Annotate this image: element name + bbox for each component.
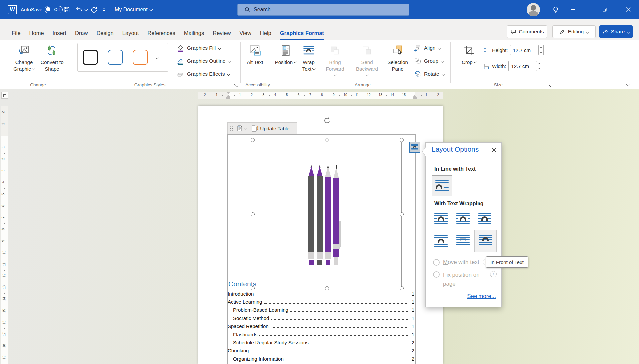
share-icon [602,29,608,35]
wrap-top-bottom-icon [434,234,448,248]
height-down-button[interactable] [539,50,543,55]
graphics-styles-dialog-launcher[interactable] [234,83,239,88]
align-button[interactable]: Align [414,42,440,54]
fill-bucket-icon [176,44,184,52]
resize-handle-top-right[interactable] [400,138,404,142]
resize-handle-top-left[interactable] [251,138,255,142]
group-label-arrange: Arrange [275,82,450,87]
left-indent-marker[interactable] [226,92,230,99]
undo-button[interactable] [74,0,84,19]
toc-menu-button[interactable] [234,123,249,134]
wrap-text-button[interactable]: Wrap Text [298,42,320,80]
title-bar: W AutoSave Off My Document Search [0,0,639,19]
redo-button[interactable] [89,0,99,19]
graphics-effects-button[interactable]: Graphics Effects [176,68,230,80]
tab-home[interactable]: Home [25,30,48,40]
graphics-outline-button[interactable]: Graphics Outline [176,55,230,67]
height-icon [483,47,490,53]
resize-handle-bottom-center[interactable] [325,286,329,290]
resize-handle-top-center[interactable] [325,138,329,142]
wrap-option-square[interactable] [431,210,451,228]
alert-exclamation-icon: ! [257,125,259,131]
horizontal-ruler: 2112345678910111213141512 [198,92,443,99]
wrap-text-icon [303,45,314,56]
tab-file[interactable]: File [7,30,25,40]
close-icon [491,147,497,153]
tab-stop-selector[interactable] [1,92,8,99]
layout-options-launcher-button[interactable] [409,142,420,153]
layout-options-launcher-icon [411,144,418,151]
gallery-more-button[interactable] [153,43,161,71]
search-input[interactable]: Search [237,4,409,16]
drag-grip-icon[interactable] [230,126,233,131]
wrap-option-behind-text[interactable] [453,232,473,250]
position-button[interactable]: Position [275,42,297,80]
tab-layout[interactable]: Layout [118,30,143,40]
update-table-button[interactable]: ! Update Table... [249,123,296,134]
tab-help[interactable]: Help [256,30,276,40]
tab-design[interactable]: Design [92,30,118,40]
tab-references[interactable]: References [143,30,179,40]
minimize-button[interactable] [565,0,581,19]
rotate-handle[interactable] [323,116,331,125]
graphics-fill-button[interactable]: Graphics Fill [176,42,221,54]
wrap-option-top-bottom[interactable] [431,232,451,250]
change-graphic-button[interactable]: Change Graphic [11,42,37,80]
graphics-style-2[interactable] [103,43,128,71]
width-input[interactable]: 12.7 cm [508,61,537,71]
lightbulb-button[interactable] [549,0,562,19]
height-up-button[interactable] [539,45,543,50]
wrap-option-tight[interactable] [453,210,473,228]
restore-button[interactable] [597,0,612,19]
resize-handle-bottom-left[interactable] [251,286,255,290]
wrap-option-through[interactable] [475,210,495,228]
graphics-style-1[interactable] [78,43,103,71]
comments-button[interactable]: Comments [507,25,547,38]
redo-icon [90,6,98,13]
wrap-option-in-front-of-text[interactable] [474,230,497,252]
wrap-inline-icon [435,178,449,193]
autosave-state: Off [54,7,60,12]
wrap-option-inline[interactable] [432,175,452,196]
customize-quick-access-button[interactable] [100,0,108,19]
editing-mode-button[interactable]: Editing [552,25,596,38]
undo-dropdown[interactable] [83,0,89,19]
resize-handle-bottom-right[interactable] [400,286,404,290]
resize-handle-mid-right[interactable] [400,212,404,216]
see-more-link[interactable]: See more... [467,293,496,300]
rotate-button[interactable]: Rotate [414,68,444,80]
tab-graphics-format[interactable]: Graphics Format [276,30,328,40]
avatar[interactable] [526,0,541,19]
size-dialog-launcher[interactable] [547,83,553,88]
autosave-toggle[interactable]: Off [45,0,63,19]
bring-forward-button: Bring Forward [324,42,346,80]
convert-to-shape-button[interactable]: Convert to Shape [39,42,65,80]
group-button[interactable]: Group [414,55,443,67]
selection-pane-button[interactable]: Selection Pane [387,42,409,80]
tab-insert[interactable]: Insert [48,30,71,40]
alt-text-button[interactable]: Alt Text [244,42,266,80]
share-button[interactable]: Share [599,25,633,38]
content-control-top-border [227,134,415,135]
tab-view[interactable]: View [235,30,255,40]
tab-draw[interactable]: Draw [71,30,92,40]
popup-close-button[interactable] [491,147,497,153]
document-title[interactable]: My Document [115,0,152,19]
fix-position-info-icon[interactable]: i [490,271,497,277]
graphics-style-3[interactable] [128,43,153,71]
content-control-right-border [415,134,416,364]
height-input[interactable]: 12.7 cm [510,45,539,55]
save-button[interactable] [61,0,73,19]
popup-callout-arrow [422,147,426,157]
right-indent-marker[interactable] [413,95,417,99]
resize-handle-mid-left[interactable] [251,212,255,216]
close-button[interactable] [620,0,636,19]
tab-review[interactable]: Review [208,30,235,40]
group-icon [414,57,421,65]
crop-button[interactable]: Crop [458,42,480,80]
width-down-button[interactable] [537,66,542,71]
collapse-ribbon-button[interactable] [623,80,632,87]
width-up-button[interactable] [537,61,542,66]
tab-mailings[interactable]: Mailings [180,30,209,40]
layout-options-popup: Layout Options In Line with Text With Te… [425,142,502,307]
